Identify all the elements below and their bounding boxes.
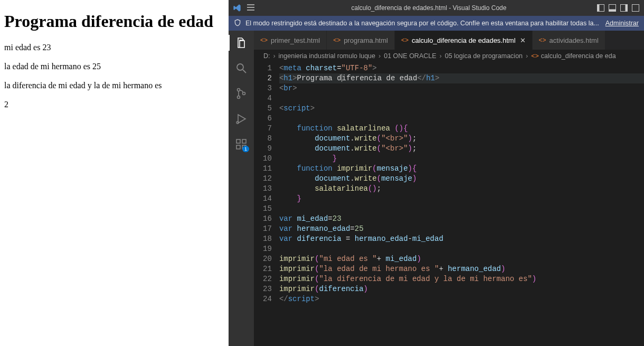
window-title: calculo_diferencia de edades.html - Visu…	[261, 4, 596, 12]
activity-bar: 1	[229, 31, 254, 346]
close-tab-icon[interactable]: ✕	[520, 36, 526, 44]
tab-label: actividades.html	[550, 36, 599, 44]
search-icon[interactable]	[234, 61, 248, 75]
tab-actividades[interactable]: <> actividades.html	[533, 31, 605, 50]
explorer-icon[interactable]	[234, 36, 248, 50]
extensions-icon[interactable]: 1	[234, 137, 248, 151]
tab-calculo-diferencia[interactable]: <> calculo_diferencia de edades.html ✕	[395, 31, 533, 50]
vscode-window: calculo_diferencia de edades.html - Visu…	[229, 0, 644, 346]
workarea: 1 <> primer_test.html <> programa.html <…	[229, 31, 644, 346]
line-gutter: 123456789101112131415161718192021222324	[254, 62, 279, 346]
shield-icon	[234, 19, 241, 28]
breadcrumb-drive: D:	[263, 52, 270, 60]
output-line-4: 2	[4, 100, 224, 109]
breadcrumb[interactable]: D: › ingenieria industrial romulo luque …	[254, 50, 644, 62]
svg-rect-3	[609, 10, 616, 12]
extensions-badge: 1	[242, 146, 249, 152]
page-heading: Programa diferencia de edad	[4, 12, 224, 31]
html-file-icon: <>	[333, 36, 340, 44]
breadcrumb-segment: 01 ONE ORACLE	[384, 52, 436, 60]
tab-label: primer_test.html	[271, 36, 320, 44]
output-line-3: la diferencia de mi edad y la de mi herm…	[4, 81, 224, 90]
vscode-logo-icon	[233, 4, 241, 12]
tab-bar: <> primer_test.html <> programa.html <> …	[254, 31, 644, 50]
code-editor[interactable]: 123456789101112131415161718192021222324 …	[254, 62, 644, 346]
chevron-right-icon: ›	[378, 52, 381, 60]
svg-line-8	[243, 70, 246, 73]
svg-point-12	[236, 121, 239, 124]
manage-trust-link[interactable]: Administrar	[605, 20, 639, 27]
svg-point-9	[237, 89, 240, 91]
code-lines[interactable]: <meta charset="UTF-8"><h1>Programa difer…	[279, 62, 644, 346]
breadcrumb-file: calculo_diferencia de eda	[541, 52, 616, 60]
html-file-icon: <>	[531, 52, 539, 60]
tab-label: programa.html	[344, 36, 388, 44]
svg-rect-5	[626, 5, 628, 12]
chevron-right-icon: ›	[273, 52, 275, 60]
breadcrumb-segment: ingenieria industrial romulo luque	[279, 52, 375, 60]
html-file-icon: <>	[260, 36, 268, 44]
tab-programa[interactable]: <> programa.html	[327, 31, 395, 50]
html-file-icon: <>	[539, 36, 546, 44]
chevron-right-icon: ›	[526, 52, 528, 60]
svg-rect-16	[242, 139, 246, 143]
breadcrumb-segment: 05 logica de programacion	[445, 52, 523, 60]
layout-controls[interactable]	[596, 4, 640, 12]
titlebar: calculo_diferencia de edades.html - Visu…	[229, 0, 644, 16]
output-line-1: mi edad es 23	[4, 43, 224, 52]
svg-rect-13	[236, 139, 240, 143]
svg-point-11	[242, 92, 245, 95]
html-file-icon: <>	[401, 36, 409, 44]
run-debug-icon[interactable]	[234, 112, 248, 126]
source-control-icon[interactable]	[234, 87, 248, 100]
browser-preview-pane: Programa diferencia de edad mi edad es 2…	[0, 0, 229, 346]
svg-rect-1	[598, 5, 600, 12]
output-line-2: la edad de mi hermano es 25	[4, 62, 224, 71]
chevron-right-icon: ›	[440, 52, 442, 60]
hamburger-menu-icon[interactable]	[247, 3, 255, 13]
tab-primer-test[interactable]: <> primer_test.html	[254, 31, 327, 50]
svg-rect-14	[236, 145, 240, 149]
editor-area: <> primer_test.html <> programa.html <> …	[254, 31, 644, 346]
svg-point-10	[237, 96, 240, 99]
restricted-mode-banner: El modo restringido está destinado a la …	[229, 16, 644, 31]
tab-label: calculo_diferencia de edades.html	[412, 36, 516, 44]
svg-rect-6	[632, 5, 639, 12]
svg-point-7	[237, 64, 243, 70]
restricted-mode-text: El modo restringido está destinado a la …	[245, 20, 599, 27]
